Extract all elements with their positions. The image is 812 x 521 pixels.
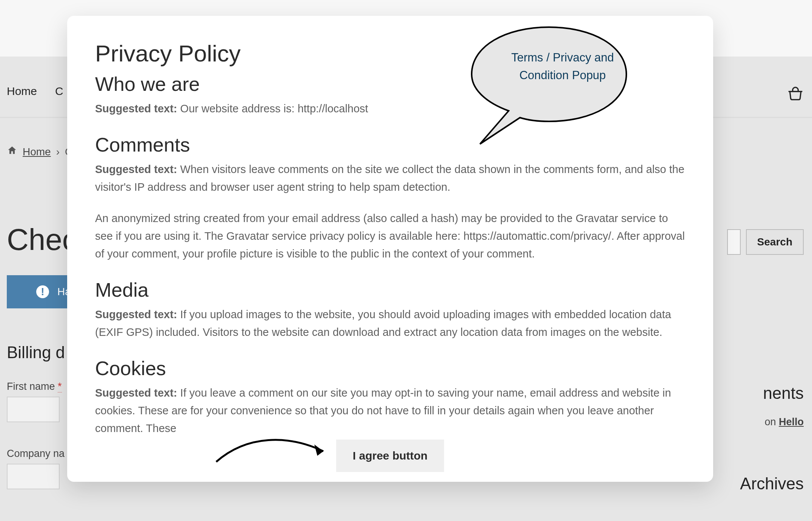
- billing-heading: Billing d: [7, 343, 65, 362]
- first-name-field[interactable]: [7, 397, 60, 422]
- sidebar-archives-heading: Archives: [740, 474, 804, 493]
- page-title: Chec: [7, 222, 77, 257]
- nav-home[interactable]: Home: [7, 85, 37, 98]
- required-marker: *: [58, 381, 62, 392]
- hello-link[interactable]: Hello: [779, 416, 804, 428]
- who-we-are-text: Suggested text: Our website address is: …: [95, 100, 685, 118]
- search-input[interactable]: [727, 229, 741, 255]
- company-label: Company na: [7, 448, 65, 460]
- modal-title: Privacy Policy: [95, 40, 685, 67]
- agree-button[interactable]: I agree button: [336, 440, 444, 472]
- search-button[interactable]: Search: [746, 229, 804, 255]
- cookies-text: Suggested text: If you leave a comment o…: [95, 384, 685, 437]
- company-field[interactable]: [7, 464, 60, 489]
- media-text: Suggested text: If you upload images to …: [95, 306, 685, 341]
- coupon-notice[interactable]: ! Ha: [7, 275, 67, 308]
- search-form: Search: [727, 229, 804, 255]
- cookies-heading: Cookies: [95, 357, 685, 380]
- media-heading: Media: [95, 279, 685, 301]
- comments-text-2: An anonymized string created from your e…: [95, 210, 685, 263]
- nav-item-partial[interactable]: C: [55, 85, 63, 98]
- comments-heading: Comments: [95, 133, 685, 156]
- first-name-label: First name *: [7, 381, 62, 392]
- comments-text-1: Suggested text: When visitors leave comm…: [95, 161, 685, 196]
- info-icon: !: [36, 285, 49, 298]
- sidebar-comment-item: on Hello: [764, 416, 804, 428]
- privacy-policy-modal: Privacy Policy Who we are Suggested text…: [67, 16, 713, 482]
- sidebar-recent-comments-heading: nents: [763, 384, 804, 403]
- home-icon: [7, 145, 17, 158]
- breadcrumb-home-link[interactable]: Home: [23, 146, 51, 158]
- who-we-are-heading: Who we are: [95, 73, 685, 95]
- primary-nav: Home C: [7, 85, 63, 98]
- breadcrumb: Home › C: [7, 145, 72, 158]
- cart-icon[interactable]: [787, 86, 804, 103]
- breadcrumb-separator: ›: [56, 146, 60, 158]
